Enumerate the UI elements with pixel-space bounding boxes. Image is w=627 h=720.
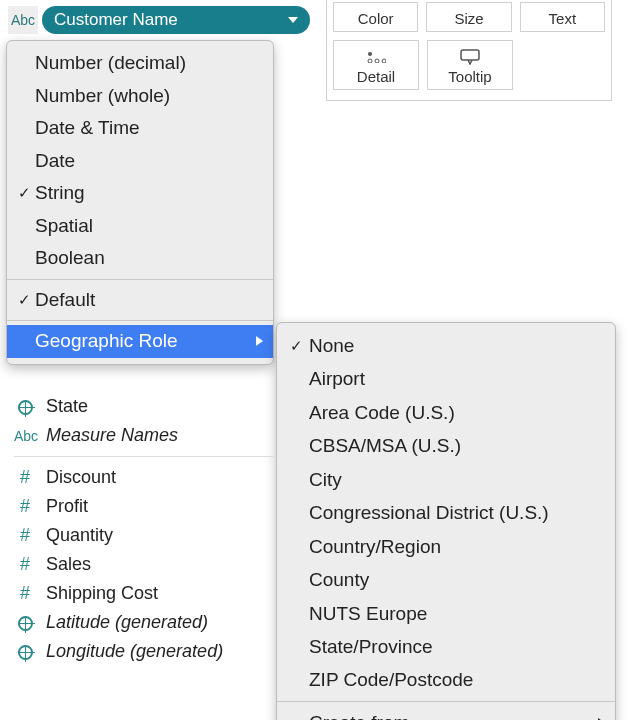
marks-row-2: Detail Tooltip — [333, 40, 605, 90]
menu-item-label: CBSA/MSA (U.S.) — [309, 431, 461, 460]
menu-item-label: Country/Region — [309, 532, 441, 561]
field-label: State — [46, 396, 88, 417]
field-pill-row: Abc Customer Name — [8, 6, 310, 34]
geo-item-zip-postcode[interactable]: ZIP Code/Postcode — [277, 663, 615, 696]
pill-type-icon: Abc — [8, 6, 38, 34]
hash-icon: # — [14, 525, 36, 546]
marks-cell-label: Tooltip — [448, 68, 491, 85]
menu-item-label: City — [309, 465, 342, 494]
field-separator — [14, 456, 274, 457]
marks-text[interactable]: Text — [520, 2, 605, 32]
menu-separator — [7, 320, 273, 321]
menu-item-label: Default — [35, 286, 95, 315]
geo-item-nuts-europe[interactable]: NUTS Europe — [277, 597, 615, 630]
marks-color[interactable]: Color — [333, 2, 418, 32]
geographic-role-menu: ✓None Airport Area Code (U.S.) CBSA/MSA … — [276, 322, 616, 720]
geo-item-airport[interactable]: Airport — [277, 362, 615, 395]
data-type-menu: Number (decimal) Number (whole) Date & T… — [6, 40, 274, 365]
field-sales[interactable]: #Sales — [14, 550, 274, 579]
marks-size[interactable]: Size — [426, 2, 511, 32]
geo-item-country-region[interactable]: Country/Region — [277, 530, 615, 563]
menu-item-number-whole[interactable]: Number (whole) — [7, 80, 273, 113]
marks-row-1: Color Size Text — [333, 2, 605, 32]
menu-item-label: NUTS Europe — [309, 599, 427, 628]
menu-item-label: County — [309, 565, 369, 594]
hash-icon: # — [14, 583, 36, 604]
field-label: Shipping Cost — [46, 583, 158, 604]
geo-item-create-from[interactable]: Create from — [277, 706, 615, 720]
menu-item-label: Boolean — [35, 244, 105, 273]
menu-separator — [277, 701, 615, 702]
chevron-right-icon — [256, 336, 263, 346]
detail-icon — [366, 49, 386, 65]
field-label: Longitude (generated) — [46, 641, 223, 662]
field-label: Latitude (generated) — [46, 612, 208, 633]
marks-tooltip[interactable]: Tooltip — [427, 40, 513, 90]
menu-separator — [7, 279, 273, 280]
menu-item-label: Congressional District (U.S.) — [309, 498, 549, 527]
menu-item-label: Area Code (U.S.) — [309, 398, 455, 427]
menu-item-label: Create from — [309, 708, 409, 720]
field-discount[interactable]: #Discount — [14, 463, 274, 492]
field-label: Discount — [46, 467, 116, 488]
menu-item-date[interactable]: Date — [7, 145, 273, 178]
marks-card: Color Size Text Detail Tooltip — [326, 0, 612, 101]
globe-icon — [14, 643, 36, 660]
menu-item-label: Date & Time — [35, 114, 140, 143]
tooltip-icon — [459, 49, 481, 65]
field-label: Measure Names — [46, 425, 178, 446]
geo-item-state-province[interactable]: State/Province — [277, 630, 615, 663]
abc-icon: Abc — [14, 428, 36, 444]
svg-point-0 — [368, 52, 372, 56]
marks-cell-label: Text — [549, 10, 577, 27]
marks-detail[interactable]: Detail — [333, 40, 419, 90]
svg-point-2 — [375, 59, 379, 63]
field-quantity[interactable]: #Quantity — [14, 521, 274, 550]
geo-item-area-code[interactable]: Area Code (U.S.) — [277, 396, 615, 429]
menu-item-spatial[interactable]: Spatial — [7, 210, 273, 243]
chevron-down-icon — [288, 17, 298, 23]
field-label: Quantity — [46, 525, 113, 546]
hash-icon: # — [14, 496, 36, 517]
menu-item-label: State/Province — [309, 632, 433, 661]
check-icon: ✓ — [13, 182, 35, 205]
menu-item-default[interactable]: ✓Default — [7, 284, 273, 317]
svg-point-3 — [382, 59, 386, 63]
geo-item-congressional-district[interactable]: Congressional District (U.S.) — [277, 496, 615, 529]
hash-icon: # — [14, 554, 36, 575]
field-latitude[interactable]: Latitude (generated) — [14, 608, 274, 637]
geo-item-city[interactable]: City — [277, 463, 615, 496]
marks-cell-label: Size — [454, 10, 483, 27]
menu-item-label: Geographic Role — [35, 327, 178, 356]
data-pane-fields: State AbcMeasure Names #Discount #Profit… — [14, 392, 274, 666]
field-label: Profit — [46, 496, 88, 517]
menu-item-label: Date — [35, 147, 75, 176]
svg-point-1 — [368, 59, 372, 63]
menu-item-label: ZIP Code/Postcode — [309, 665, 473, 694]
field-longitude[interactable]: Longitude (generated) — [14, 637, 274, 666]
field-state[interactable]: State — [14, 392, 274, 421]
globe-icon — [14, 398, 36, 415]
geo-item-cbsa-msa[interactable]: CBSA/MSA (U.S.) — [277, 429, 615, 462]
marks-cell-label: Detail — [357, 68, 395, 85]
field-label: Sales — [46, 554, 91, 575]
check-icon: ✓ — [13, 289, 35, 312]
menu-item-label: Number (whole) — [35, 82, 170, 111]
abc-icon: Abc — [11, 12, 35, 28]
menu-item-label: Number (decimal) — [35, 49, 186, 78]
field-pill-customer-name[interactable]: Customer Name — [42, 6, 310, 34]
menu-item-string[interactable]: ✓String — [7, 177, 273, 210]
field-profit[interactable]: #Profit — [14, 492, 274, 521]
field-measure-names[interactable]: AbcMeasure Names — [14, 421, 274, 450]
menu-item-label: String — [35, 179, 85, 208]
menu-item-number-decimal[interactable]: Number (decimal) — [7, 47, 273, 80]
hash-icon: # — [14, 467, 36, 488]
field-shipping-cost[interactable]: #Shipping Cost — [14, 579, 274, 608]
menu-item-label: Airport — [309, 364, 365, 393]
geo-item-county[interactable]: County — [277, 563, 615, 596]
menu-item-date-time[interactable]: Date & Time — [7, 112, 273, 145]
menu-item-geographic-role[interactable]: Geographic Role — [7, 325, 273, 358]
menu-item-boolean[interactable]: Boolean — [7, 242, 273, 275]
geo-item-none[interactable]: ✓None — [277, 329, 615, 362]
marks-cell-label: Color — [358, 10, 394, 27]
